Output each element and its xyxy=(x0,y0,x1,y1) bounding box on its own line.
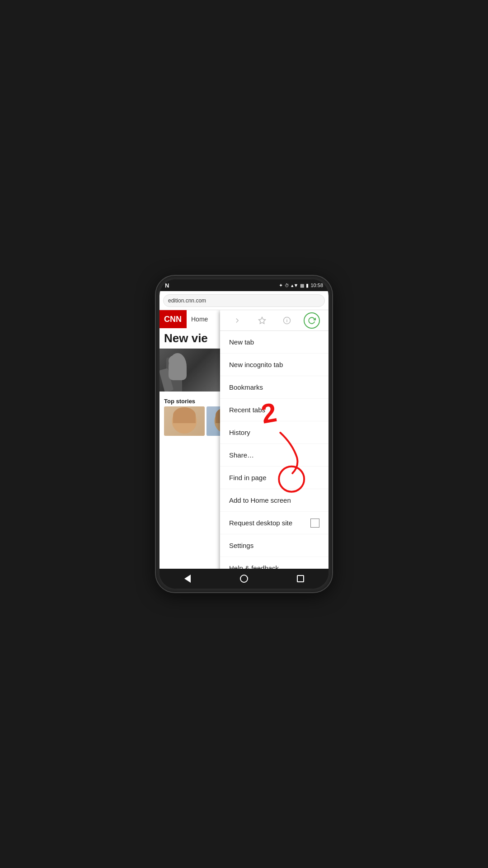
menu-item-add-to-home[interactable]: Add to Home screen xyxy=(220,489,328,512)
alarm-icon: ⏱ xyxy=(285,283,289,288)
menu-item-label: Bookmarks xyxy=(229,383,263,391)
menu-item-incognito[interactable]: New incognito tab xyxy=(220,354,328,376)
browser-body: CNN Home New vie xyxy=(160,310,328,569)
battery-icon: ▮ xyxy=(306,283,309,288)
menu-item-label: New incognito tab xyxy=(229,361,283,368)
forward-icon[interactable] xyxy=(229,312,245,329)
menu-item-settings[interactable]: Settings xyxy=(220,534,328,557)
back-icon xyxy=(184,575,191,583)
menu-item-find-in-page[interactable]: Find in page xyxy=(220,467,328,489)
status-right: ✦ ⏱ ▴▼ ▩ ▮ 10:58 xyxy=(279,283,323,288)
menu-item-share[interactable]: Share… xyxy=(220,444,328,467)
menu-item-label: Share… xyxy=(229,451,254,459)
menu-item-help[interactable]: Help & feedback xyxy=(220,557,328,569)
menu-item-label: Settings xyxy=(229,542,253,549)
reload-icon[interactable] xyxy=(304,312,320,329)
clock-display: 10:58 xyxy=(310,283,323,288)
menu-item-history[interactable]: History xyxy=(220,421,328,444)
recents-icon xyxy=(297,575,304,582)
back-button[interactable] xyxy=(176,569,199,589)
menu-item-label: New tab xyxy=(229,338,254,346)
menu-item-label: History xyxy=(229,429,250,436)
menu-item-label: Add to Home screen xyxy=(229,496,291,504)
recents-button[interactable] xyxy=(289,569,312,589)
phone-device: N ✦ ⏱ ▴▼ ▩ ▮ 10:58 xyxy=(156,276,332,592)
svg-marker-0 xyxy=(258,317,265,323)
home-icon xyxy=(240,575,248,583)
menu-item-recent-tabs[interactable]: Recent tabs xyxy=(220,399,328,421)
bookmark-icon[interactable] xyxy=(254,312,270,329)
menu-overlay: New tab New incognito tab Bookmarks Rece… xyxy=(160,310,328,569)
bluetooth-icon: ✦ xyxy=(279,283,283,288)
menu-item-label: Request desktop site xyxy=(229,519,292,527)
signal-icon: ▩ xyxy=(300,283,304,288)
wifi-icon: ▴▼ xyxy=(291,283,299,288)
carrier-icon: N xyxy=(165,282,169,289)
menu-item-request-desktop[interactable]: Request desktop site xyxy=(220,512,328,534)
browser-toolbar: edition.cnn.com xyxy=(160,291,328,310)
request-desktop-checkbox[interactable] xyxy=(310,519,319,528)
status-bar: N ✦ ⏱ ▴▼ ▩ ▮ 10:58 xyxy=(160,279,328,291)
menu-toolbar xyxy=(220,310,328,331)
status-left: N xyxy=(165,282,169,289)
home-button[interactable] xyxy=(233,569,255,589)
phone-screen: N ✦ ⏱ ▴▼ ▩ ▮ 10:58 xyxy=(160,279,328,589)
url-text: edition.cnn.com xyxy=(168,297,206,304)
info-icon[interactable] xyxy=(279,312,295,329)
menu-item-label: Recent tabs xyxy=(229,406,265,414)
menu-item-label: Find in page xyxy=(229,474,267,481)
menu-item-bookmarks[interactable]: Bookmarks xyxy=(220,376,328,399)
navigation-bar xyxy=(160,569,328,589)
browser-context-menu: New tab New incognito tab Bookmarks Rece… xyxy=(220,310,328,569)
menu-item-label: Help & feedback xyxy=(229,564,279,569)
menu-item-new-tab[interactable]: New tab xyxy=(220,331,328,354)
url-bar[interactable]: edition.cnn.com xyxy=(163,294,325,307)
